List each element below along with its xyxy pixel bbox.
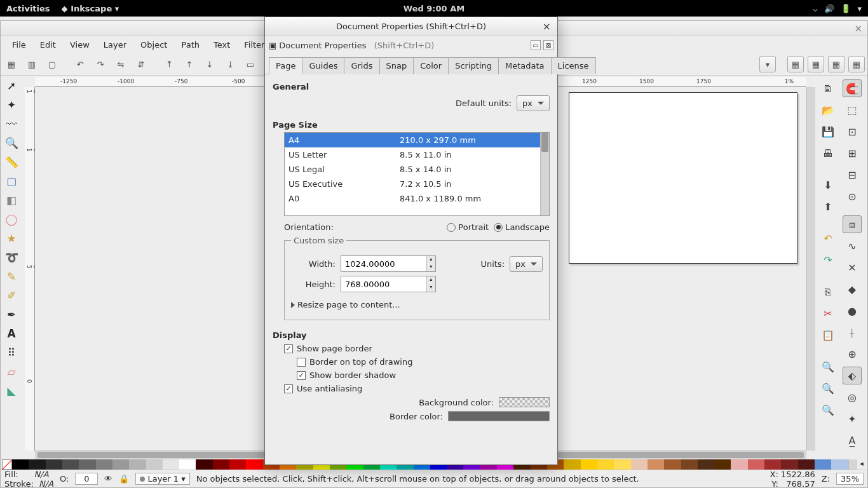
system-menu-icon[interactable]: ▾ [857, 4, 862, 13]
cut-icon[interactable]: ✂ [818, 304, 837, 322]
ruler-vertical[interactable]: 100 10 500 0 [25, 87, 35, 451]
swatch[interactable] [631, 459, 648, 470]
undo-icon[interactable]: ↶ [818, 229, 837, 247]
swatch[interactable] [764, 459, 781, 470]
show-shadow-check[interactable]: ✓Show border shadow [297, 370, 396, 380]
snap-btn-1[interactable]: ▦ [787, 56, 804, 72]
raise-icon[interactable]: ↑ [181, 56, 198, 72]
landscape-radio[interactable]: Landscape [494, 222, 550, 232]
border-top-check[interactable]: Border on top of drawing [297, 357, 412, 367]
swatch[interactable] [731, 459, 747, 470]
open-icon[interactable]: 📂 [818, 101, 837, 119]
tab-guides[interactable]: Guides [302, 57, 344, 74]
tab-scripting[interactable]: Scripting [448, 57, 499, 74]
swatch[interactable] [714, 459, 731, 470]
snap-corner-icon[interactable]: ⊞ [843, 144, 862, 162]
snap-toggle-icon[interactable]: 🧲 [843, 79, 862, 97]
resize-expander[interactable]: Resize page to content... [291, 300, 400, 309]
network-icon[interactable]: ⌵ [813, 4, 818, 13]
menu-object[interactable]: Object [134, 37, 173, 52]
snap-btn-2[interactable]: ▦ [808, 56, 824, 72]
zoom-draw-icon[interactable]: 🔍 [818, 379, 837, 397]
ellipse-tool-icon[interactable]: ◯ [2, 210, 21, 228]
menu-file[interactable]: File [6, 37, 32, 52]
snap-line-mid-icon[interactable]: ⟊ [843, 323, 862, 341]
snap-btn-3[interactable]: ▦ [828, 56, 844, 72]
redo-icon[interactable]: ↷ [818, 251, 837, 269]
antialias-check[interactable]: ✓Use antialiasing [284, 384, 362, 393]
swatch[interactable] [62, 459, 79, 470]
swatch[interactable] [46, 459, 62, 470]
pencil-tool-icon[interactable]: ✎ [2, 268, 21, 285]
opacity-spin[interactable]: 0 [75, 473, 98, 485]
node-tool-icon[interactable]: ✦ [2, 96, 21, 114]
swatch[interactable] [29, 459, 45, 470]
close-panel-icon[interactable]: ⊠ [543, 40, 553, 50]
swatch[interactable] [698, 459, 714, 470]
snap-others-icon[interactable]: ⬖ [843, 367, 862, 384]
swatch[interactable] [179, 459, 196, 470]
app-menu[interactable]: ◆ Inkscape ▾ [62, 4, 119, 13]
zoom-tool-icon[interactable]: 🔍 [2, 134, 21, 152]
rotate-ccw-icon[interactable]: ↶ [72, 56, 88, 72]
bezier-tool-icon[interactable]: ✐ [2, 287, 21, 304]
rect-tool-icon[interactable]: ▢ [2, 172, 21, 190]
swatch[interactable] [129, 459, 146, 470]
swatch[interactable] [581, 459, 597, 470]
palette-menu-icon[interactable]: ◂ [857, 459, 866, 470]
snap-bbox-icon[interactable]: ⬚ [843, 101, 862, 119]
swatch[interactable] [163, 459, 179, 470]
lower-icon[interactable]: ↓ [201, 56, 218, 72]
units-select[interactable]: px [510, 256, 543, 272]
save-icon[interactable]: 💾 [818, 123, 837, 140]
swatch[interactable] [664, 459, 681, 470]
spray-tool-icon[interactable]: ⠿ [2, 344, 21, 362]
snap-intersect-icon[interactable]: ✕ [843, 259, 862, 276]
tweak-tool-icon[interactable]: 〰 [2, 115, 21, 133]
flip-v-icon[interactable]: ⇵ [133, 56, 149, 72]
snap-btn-4[interactable]: ▦ [848, 56, 865, 72]
height-input[interactable]: ▴▾ [341, 276, 436, 292]
width-input[interactable]: ▴▾ [341, 255, 436, 272]
swatch[interactable] [96, 459, 112, 470]
snap-text-icon[interactable]: A̲ [843, 431, 862, 449]
btn-a[interactable]: ▭ [242, 56, 259, 72]
eraser-tool-icon[interactable]: ▱ [2, 363, 21, 381]
border-color-chip[interactable] [448, 411, 550, 421]
tab-metadata[interactable]: Metadata [498, 57, 552, 74]
zoom-input[interactable]: 35% [836, 473, 864, 485]
snap-center-icon[interactable]: ⊙ [843, 187, 862, 205]
battery-icon[interactable]: 🔋 [841, 4, 851, 13]
swatch[interactable] [112, 459, 129, 470]
layer-selector[interactable]: Layer 1 ▾ [135, 473, 189, 485]
star-tool-icon[interactable]: ★ [2, 229, 21, 247]
swatch[interactable] [614, 459, 630, 470]
tab-grids[interactable]: Grids [344, 57, 379, 74]
layer-visibility-icon[interactable]: 👁 [104, 474, 112, 484]
layer-lock-icon[interactable]: 🔒 [119, 474, 129, 484]
select-same-icon[interactable]: ▥ [24, 56, 40, 72]
menu-path[interactable]: Path [175, 37, 206, 52]
snap-smooth-icon[interactable]: ● [843, 302, 862, 320]
show-border-check[interactable]: ✓Show page border [284, 344, 372, 353]
menu-layer[interactable]: Layer [97, 37, 133, 52]
bg-color-chip[interactable] [499, 397, 550, 407]
volume-icon[interactable]: 🔊 [824, 4, 834, 13]
minimize-panel-icon[interactable]: ▭ [531, 40, 541, 50]
swatch[interactable] [815, 459, 831, 470]
rotate-cw-icon[interactable]: ↷ [92, 56, 109, 72]
swatch[interactable] [831, 459, 848, 470]
tab-page[interactable]: Page [269, 57, 302, 74]
default-units-select[interactable]: px [517, 95, 550, 111]
snap-obj-center-icon[interactable]: ◎ [843, 388, 862, 406]
spiral-tool-icon[interactable]: ➰ [2, 248, 21, 266]
zoom-page-icon[interactable]: 🔍 [818, 401, 837, 419]
text-tool-icon[interactable]: A [2, 325, 21, 342]
menu-text[interactable]: Text [207, 37, 236, 52]
import-icon[interactable]: ⬇ [818, 176, 837, 194]
snap-edge-icon[interactable]: ⊡ [843, 123, 862, 140]
swatch[interactable] [681, 459, 698, 470]
listbox-scrollbar[interactable] [540, 133, 549, 215]
swatch[interactable] [213, 459, 229, 470]
swatch[interactable] [12, 459, 29, 470]
